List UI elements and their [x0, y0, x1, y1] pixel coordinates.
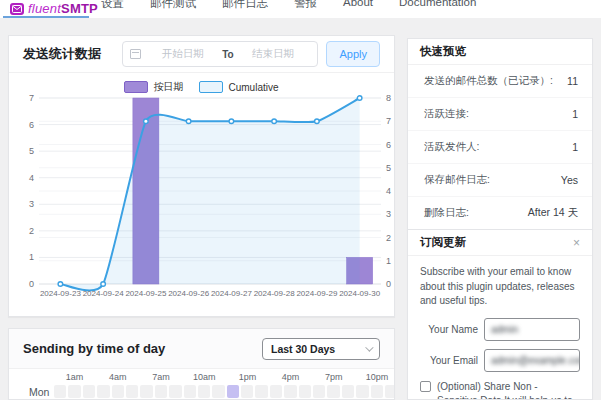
share-data-label: (Optional) Share Non - Sensitive Data.It… [437, 380, 580, 400]
heatmap-cell[interactable] [227, 385, 239, 398]
date-range-select[interactable]: Last 30 Days [262, 338, 380, 360]
overview-row-label: 发送的邮件总数（已记录）: [424, 74, 553, 88]
heatmap-cell[interactable] [284, 385, 296, 398]
sending-stats-chart[interactable]: 012345670123456782024-09-232024-09-24202… [9, 95, 396, 310]
apply-button[interactable]: Apply [326, 41, 380, 67]
time-of-day-card: Sending by time of day Last 30 Days Mon … [8, 328, 395, 400]
data-point-2024-09-28 [272, 119, 277, 124]
subscribe-body: Subscribe with your email to know about … [408, 256, 592, 400]
heatmap-cell[interactable] [270, 385, 282, 398]
chart-legend: 按日期 Cumulative [9, 79, 394, 95]
overview-row-label: 删除日志: [424, 206, 469, 220]
heatmap-cell[interactable] [112, 385, 124, 398]
overview-row-label: 保存邮件日志: [424, 173, 490, 187]
fluentsmtp-logo[interactable]: fluentSMTP [10, 1, 98, 16]
overview-row-value: 11 [567, 75, 578, 87]
heatmap-cell[interactable] [184, 385, 196, 398]
top-navbar: fluentSMTP 设置邮件测试邮件日志警报AboutDocumentatio… [0, 0, 601, 18]
subscribe-header: 订阅更新 × [408, 230, 592, 256]
data-point-2024-09-27 [229, 119, 234, 124]
data-point-2024-09-23 [58, 282, 63, 287]
nav-item-5[interactable]: Documentation [399, 0, 476, 11]
heatmap-cell[interactable] [327, 385, 339, 398]
heatmap-cell[interactable] [54, 385, 66, 398]
overview-row: 发送的邮件总数（已记录）:11 [408, 65, 592, 98]
heatmap-cell[interactable] [356, 385, 368, 398]
hour-label: 7am [152, 372, 170, 382]
heatmap-cell[interactable] [83, 385, 95, 398]
email-field[interactable]: admin@example.com [484, 349, 580, 372]
heatmap-cell[interactable] [299, 385, 311, 398]
quick-overview-rows: 发送的邮件总数（已记录）:11活跃连接:1活跃发件人:1保存邮件日志:Yes删除… [408, 65, 592, 229]
sending-stats-card: 发送统计数据 开始日期 To 结束日期 Apply 按日期 Cumulative… [8, 35, 395, 317]
nav-item-4[interactable]: About [343, 0, 373, 11]
heatmap-cell[interactable] [169, 385, 181, 398]
heatmap-cell[interactable] [68, 385, 80, 398]
left-axis-tick: 6 [29, 120, 34, 130]
legend-item-bars[interactable]: 按日期 [124, 80, 183, 94]
subscribe-card: 订阅更新 × Subscribe with your email to know… [407, 229, 593, 400]
data-point-2024-09-24 [101, 282, 106, 287]
hour-label: 4am [109, 372, 127, 382]
share-data-checkbox[interactable] [420, 381, 431, 392]
nav-item-2[interactable]: 邮件日志 [222, 0, 268, 11]
left-axis-tick: 5 [29, 146, 34, 156]
overview-row: 删除日志:After 14 天 [408, 197, 592, 229]
heatmap-cell[interactable] [198, 385, 210, 398]
heatmap-cell[interactable] [255, 385, 267, 398]
hour-label: 7pm [325, 372, 343, 382]
nav-links: 设置邮件测试邮件日志警报AboutDocumentation [101, 0, 476, 11]
nav-item-1[interactable]: 邮件测试 [150, 0, 196, 11]
heatmap-cell[interactable] [140, 385, 152, 398]
heatmap-cell[interactable] [97, 385, 109, 398]
date-range-selected-value: Last 30 Days [271, 343, 365, 355]
end-date-input[interactable]: 结束日期 [236, 47, 311, 61]
heatmap-cell[interactable] [342, 385, 354, 398]
legend-swatch-line [199, 81, 223, 93]
heatmap-cell[interactable] [126, 385, 138, 398]
left-axis-tick: 4 [29, 173, 34, 183]
heatmap-cell[interactable] [241, 385, 253, 398]
close-icon[interactable]: × [573, 237, 580, 249]
right-axis-tick: 1 [386, 256, 391, 266]
heatmap-cell[interactable] [155, 385, 167, 398]
overview-row-value: After 14 天 [528, 206, 578, 220]
email-label: Your Email [420, 355, 478, 366]
heatmap-hour-labels: 1am4am7am10am1pm4pm7pm10pm [54, 372, 394, 383]
start-date-input[interactable]: 开始日期 [145, 47, 220, 61]
left-axis-tick: 2 [29, 226, 34, 236]
x-axis-label: 2024-09-30 [339, 289, 380, 298]
heatmap-cell[interactable] [385, 385, 395, 398]
right-axis-tick: 4 [386, 186, 391, 196]
heatmap-cell[interactable] [371, 385, 383, 398]
x-axis-label: 2024-09-28 [254, 289, 295, 298]
left-axis-tick: 1 [29, 252, 34, 262]
time-of-day-heatmap: Mon 1am4am7am10am1pm4pm7pm10pm [9, 369, 394, 400]
x-axis-label: 2024-09-26 [168, 289, 209, 298]
email-value: admin@example.com [491, 355, 580, 366]
legend-label-line: Cumulative [228, 82, 278, 93]
data-point-2024-09-25 [144, 119, 149, 124]
heatmap-cell[interactable] [212, 385, 224, 398]
subscribe-description: Subscribe with your email to know about … [420, 265, 580, 309]
left-axis-tick: 3 [29, 199, 34, 209]
data-point-2024-09-30 [357, 96, 362, 101]
quick-overview-header: 快速预览 [408, 39, 592, 65]
date-range-picker[interactable]: 开始日期 To 结束日期 [122, 41, 318, 67]
name-field[interactable]: admin [484, 318, 580, 341]
legend-item-line[interactable]: Cumulative [199, 81, 278, 93]
nav-item-3[interactable]: 警报 [294, 0, 317, 11]
active-tab-underline [3, 16, 89, 18]
quick-overview-title: 快速预览 [420, 44, 466, 59]
heatmap-cell[interactable] [313, 385, 325, 398]
hour-label: 1pm [239, 372, 257, 382]
right-axis-tick: 0 [386, 279, 391, 289]
time-of-day-title: Sending by time of day [23, 341, 165, 356]
nav-item-0[interactable]: 设置 [101, 0, 124, 11]
logo-text: fluentSMTP [28, 1, 98, 16]
left-axis-tick: 0 [29, 279, 34, 289]
right-axis-tick: 6 [386, 140, 391, 150]
overview-row-label: 活跃发件人: [424, 140, 479, 154]
subscribe-title: 订阅更新 [420, 235, 466, 250]
x-axis-label: 2024-09-24 [83, 289, 124, 298]
